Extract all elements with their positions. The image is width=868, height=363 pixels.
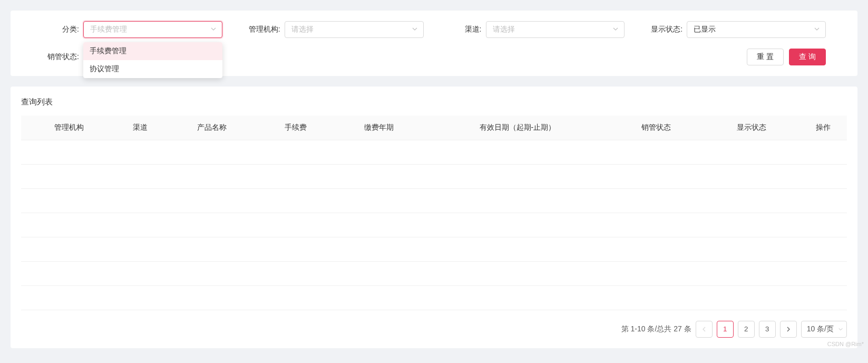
- table-row: [21, 285, 847, 310]
- query-button[interactable]: 查 询: [789, 49, 826, 65]
- display-status-group: 显示状态: 已显示: [646, 21, 826, 38]
- org-group: 管理机构: 请选择: [243, 21, 424, 38]
- display-status-label: 显示状态:: [646, 25, 682, 34]
- chevron-down-icon: [814, 25, 820, 34]
- pagination: 第 1-10 条/总共 27 条 1 2 3 10 条/页: [21, 321, 847, 338]
- chevron-down-icon: [210, 25, 217, 34]
- category-select[interactable]: 手续费管理: [83, 21, 222, 38]
- chevron-left-icon: [701, 327, 707, 332]
- sale-status-label: 销管状态:: [42, 52, 79, 62]
- page-3-button[interactable]: 3: [759, 321, 776, 338]
- category-dropdown: 手续费管理 协议管理: [83, 42, 222, 78]
- col-product: 产品名称: [164, 116, 260, 140]
- channel-label: 渠道:: [445, 25, 482, 34]
- col-org: 管理机构: [21, 116, 116, 140]
- action-buttons: 重 置 查 询: [747, 49, 826, 65]
- org-select[interactable]: 请选择: [285, 21, 424, 38]
- col-channel: 渠道: [116, 116, 164, 140]
- dropdown-option[interactable]: 协议管理: [83, 60, 222, 78]
- dropdown-option[interactable]: 手续费管理: [83, 42, 222, 60]
- table-row: [21, 164, 847, 188]
- chevron-down-icon: [838, 325, 843, 333]
- reset-button[interactable]: 重 置: [747, 49, 784, 65]
- table-row: [21, 140, 847, 164]
- page-size-select[interactable]: 10 条/页: [801, 321, 847, 338]
- chevron-right-icon: [786, 327, 791, 332]
- prev-page-button[interactable]: [696, 321, 713, 338]
- display-status-select[interactable]: 已显示: [687, 21, 826, 38]
- org-label: 管理机构:: [243, 25, 280, 34]
- col-action: 操作: [799, 116, 847, 140]
- list-title: 查询列表: [21, 97, 847, 107]
- category-label: 分类:: [42, 25, 79, 34]
- channel-select[interactable]: 请选择: [486, 21, 625, 38]
- col-fee: 手续费: [260, 116, 331, 140]
- results-table: 管理机构 渠道 产品名称 手续费 缴费年期 有效日期（起期-止期） 销管状态 显…: [21, 116, 847, 310]
- list-panel: 查询列表 管理机构 渠道 产品名称 手续费 缴费年期 有效日期（起期-止期） 销…: [11, 87, 857, 348]
- table-row: [21, 237, 847, 261]
- page-1-button[interactable]: 1: [717, 321, 734, 338]
- channel-group: 渠道: 请选择: [445, 21, 625, 38]
- col-sale-status: 销管状态: [608, 116, 704, 140]
- pagination-summary: 第 1-10 条/总共 27 条: [621, 324, 691, 334]
- chevron-down-icon: [612, 25, 619, 34]
- col-valid-date: 有效日期（起期-止期）: [427, 116, 609, 140]
- table-header-row: 管理机构 渠道 产品名称 手续费 缴费年期 有效日期（起期-止期） 销管状态 显…: [21, 116, 847, 140]
- filter-panel: 分类: 手续费管理 手续费管理 协议管理 管理机构: 请选择: [11, 11, 857, 76]
- next-page-button[interactable]: [780, 321, 797, 338]
- page-2-button[interactable]: 2: [738, 321, 755, 338]
- category-group: 分类: 手续费管理 手续费管理 协议管理: [42, 21, 222, 38]
- chevron-down-icon: [412, 25, 418, 34]
- table-row: [21, 213, 847, 237]
- col-display-status: 显示状态: [704, 116, 799, 140]
- table-row: [21, 261, 847, 285]
- table-row: [21, 188, 847, 213]
- col-term: 缴费年期: [331, 116, 426, 140]
